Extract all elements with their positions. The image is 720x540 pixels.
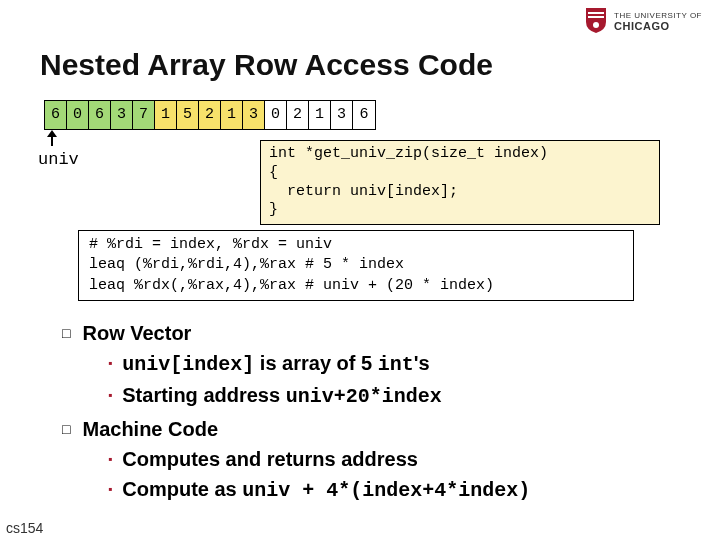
- bullet-text: Starting address univ+20*index: [122, 380, 441, 412]
- code-span: univ + 4*(index+4*index): [242, 479, 530, 502]
- array-cell: 1: [155, 101, 177, 129]
- square-bullet-icon: ▪: [108, 474, 112, 506]
- logo-text: THE UNIVERSITY OF CHICAGO: [614, 12, 702, 33]
- text-span: is array of 5: [254, 352, 377, 374]
- list-item: □ Row Vector: [62, 318, 682, 348]
- list-item: ▪ Compute as univ + 4*(index+4*index): [108, 474, 682, 506]
- array-cell: 3: [331, 101, 353, 129]
- footer-label: cs154: [6, 520, 43, 536]
- array-cell: 6: [45, 101, 67, 129]
- code-block-asm: # %rdi = index, %rdx = univ leaq (%rdi,%…: [78, 230, 634, 301]
- code-block-c: int *get_univ_zip(size_t index) { return…: [260, 140, 660, 225]
- array-cell: 2: [287, 101, 309, 129]
- bullet-text: univ[index] is array of 5 int's: [122, 348, 429, 380]
- square-bullet-icon: ▪: [108, 380, 112, 412]
- array-cell: 6: [353, 101, 375, 129]
- bullet-text: Compute as univ + 4*(index+4*index): [122, 474, 530, 506]
- array-cell: 6: [89, 101, 111, 129]
- array-cell: 1: [221, 101, 243, 129]
- logo-line2: CHICAGO: [614, 20, 702, 32]
- square-bullet-icon: ▪: [108, 348, 112, 380]
- array-cell: 0: [67, 101, 89, 129]
- text-span: Compute as: [122, 478, 242, 500]
- page-title: Nested Array Row Access Code: [40, 48, 493, 82]
- bullet-icon: □: [62, 414, 70, 444]
- list-item: ▪ Starting address univ+20*index: [108, 380, 682, 412]
- code-span: univ[index]: [122, 353, 254, 376]
- array-cell: 0: [265, 101, 287, 129]
- bullet-text: Machine Code: [82, 414, 218, 444]
- array-cell: 5: [177, 101, 199, 129]
- svg-rect-1: [588, 16, 604, 18]
- square-bullet-icon: ▪: [108, 444, 112, 474]
- list-item: ▪ univ[index] is array of 5 int's: [108, 348, 682, 380]
- list-item: ▪ Computes and returns address: [108, 444, 682, 474]
- shield-icon: [584, 6, 608, 38]
- bullet-list: □ Row Vector ▪ univ[index] is array of 5…: [62, 316, 682, 506]
- svg-point-2: [593, 22, 599, 28]
- array-cell: 3: [111, 101, 133, 129]
- array-cell: 3: [243, 101, 265, 129]
- svg-rect-0: [588, 12, 604, 14]
- univ-label: univ: [38, 150, 79, 169]
- university-logo: THE UNIVERSITY OF CHICAGO: [584, 6, 702, 38]
- code-span: int: [378, 353, 414, 376]
- text-span: 's: [414, 352, 430, 374]
- bullet-text: Computes and returns address: [122, 444, 418, 474]
- list-item: □ Machine Code: [62, 414, 682, 444]
- code-span: univ+20*index: [286, 385, 442, 408]
- bullet-icon: □: [62, 318, 70, 348]
- array-cell: 7: [133, 101, 155, 129]
- array-cell: 1: [309, 101, 331, 129]
- logo-line1: THE UNIVERSITY OF: [614, 12, 702, 21]
- arrow-up-icon: [48, 130, 58, 150]
- text-span: Starting address: [122, 384, 285, 406]
- array-cell: 2: [199, 101, 221, 129]
- bullet-text: Row Vector: [82, 318, 191, 348]
- array-cells: 606371521302136: [44, 100, 376, 130]
